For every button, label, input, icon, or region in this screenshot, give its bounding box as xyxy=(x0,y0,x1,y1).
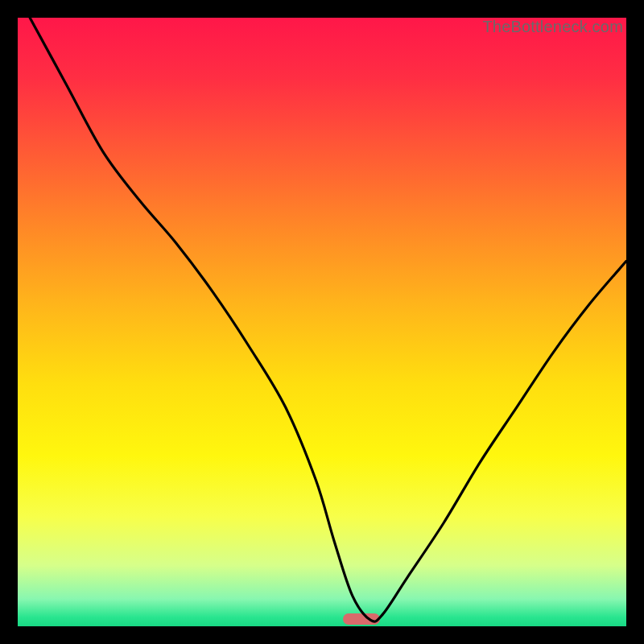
plot-area: TheBottleneck.com xyxy=(18,18,626,626)
chart-frame: TheBottleneck.com xyxy=(18,18,626,626)
bottleneck-curve xyxy=(18,18,626,626)
watermark-text: TheBottleneck.com xyxy=(482,18,623,36)
